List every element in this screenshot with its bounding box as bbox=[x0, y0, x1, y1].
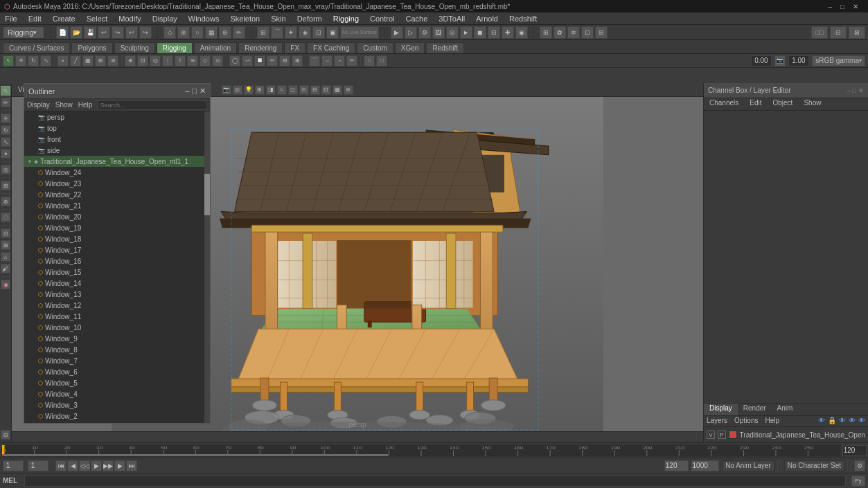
close-btn[interactable]: ✕ bbox=[853, 3, 858, 10]
vp-texture-icon[interactable]: ⊞ bbox=[255, 85, 265, 95]
tab-sculpting[interactable]: Sculpting bbox=[114, 42, 155, 53]
current-frame-input[interactable] bbox=[3, 460, 24, 471]
lasso-icon[interactable]: ⊛ bbox=[219, 26, 231, 39]
outliner-window-9[interactable]: ⬡Window_9 bbox=[24, 333, 210, 344]
bezier-icon[interactable]: ⌢ bbox=[334, 55, 345, 66]
vp-bookmark-icon[interactable]: ⊛ bbox=[344, 85, 353, 95]
outliner-scrollbar[interactable] bbox=[204, 111, 210, 423]
camera-icon[interactable]: ⬡ bbox=[1, 213, 10, 222]
multi-comp-icon[interactable]: ⊛ bbox=[107, 55, 118, 66]
scale-tool2-icon[interactable]: ⤡ bbox=[1, 137, 10, 147]
outliner-menu-help[interactable]: Help bbox=[78, 101, 93, 109]
vp-shadow-icon[interactable]: ◨ bbox=[266, 85, 276, 95]
outliner-window-6[interactable]: ⬡Window_6 bbox=[24, 366, 210, 377]
cb-icon-minimize[interactable]: – bbox=[847, 87, 851, 94]
next-frame-btn[interactable]: ▶ bbox=[114, 460, 125, 471]
skin-icon[interactable]: 🔲 bbox=[254, 55, 265, 66]
paint-icon[interactable]: ✏ bbox=[233, 26, 245, 39]
outliner-window-15[interactable]: ⬡Window_15 bbox=[24, 266, 210, 278]
vp-resolution-icon[interactable]: ⊡ bbox=[321, 85, 331, 95]
rotate-tool-icon[interactable]: ↻ bbox=[28, 55, 39, 66]
snap-live-icon[interactable]: ▣ bbox=[326, 26, 339, 39]
outliner-window-4[interactable]: ⬡Window_4 bbox=[24, 388, 210, 399]
mash-icon[interactable]: ≋ bbox=[567, 26, 580, 39]
lattice-icon[interactable]: ⊞ bbox=[1, 240, 10, 250]
vp-select-icon[interactable]: ▦ bbox=[333, 85, 342, 95]
anim-layer-btn[interactable] bbox=[777, 460, 781, 471]
menu-3dtoall[interactable]: 3DToAll bbox=[436, 14, 467, 24]
tab-xgen[interactable]: XGen bbox=[395, 42, 425, 53]
char-set-btn[interactable] bbox=[847, 460, 851, 471]
ep-curve-icon[interactable]: ⌣ bbox=[321, 55, 333, 66]
outliner-window-23[interactable]: ⬡Window_23 bbox=[24, 178, 210, 189]
cb-tab-show[interactable]: Show bbox=[798, 98, 826, 110]
menu-control[interactable]: Control bbox=[368, 14, 396, 24]
focal-icon[interactable]: 📷 bbox=[774, 55, 786, 66]
tab-polygons[interactable]: Polygons bbox=[71, 42, 112, 53]
open-file-icon[interactable]: 📂 bbox=[70, 26, 82, 39]
mirror-skin-icon[interactable]: ⊟ bbox=[279, 55, 290, 66]
menu-select[interactable]: Select bbox=[85, 14, 110, 24]
copy-skin-icon[interactable]: ⊞ bbox=[292, 55, 303, 66]
outliner-window-11[interactable]: ⬡Window_11 bbox=[24, 311, 210, 322]
nurbs-square-icon[interactable]: □ bbox=[376, 55, 387, 66]
menu-skin[interactable]: Skin bbox=[269, 14, 287, 24]
cb-icon-close[interactable]: ✕ bbox=[858, 87, 864, 94]
sculpt-icon[interactable]: ⌂ bbox=[1, 252, 10, 262]
tab-curves-surfaces[interactable]: Curves / Surfaces bbox=[3, 42, 70, 53]
outliner-window-8[interactable]: ⬡Window_8 bbox=[24, 344, 210, 355]
cluster-icon[interactable]: ⊙ bbox=[212, 55, 223, 66]
show-ui-icon[interactable]: ⊟ bbox=[488, 26, 500, 39]
rotate-tool2-icon[interactable]: ↻ bbox=[1, 125, 10, 135]
select-comp-icon[interactable]: ▦ bbox=[205, 26, 218, 39]
no-live-icon[interactable]: No Live Surface bbox=[340, 26, 379, 39]
outliner-side[interactable]: 📷 side bbox=[24, 145, 210, 156]
anim-settings-btn[interactable]: ⚙ bbox=[854, 460, 865, 471]
outliner-window-5[interactable]: ⬡Window_5 bbox=[24, 377, 210, 388]
move-tool2-icon[interactable]: ✛ bbox=[1, 114, 10, 123]
maximize-btn[interactable]: □ bbox=[840, 3, 844, 10]
playback-end-input[interactable] bbox=[664, 460, 689, 471]
attr-icon[interactable]: ⊞ bbox=[595, 26, 608, 39]
snap-to-icon[interactable]: ⊕ bbox=[125, 55, 136, 66]
vp2-icon[interactable]: ◼ bbox=[474, 26, 486, 39]
tab-animation[interactable]: Animation bbox=[194, 42, 237, 53]
layers-menu[interactable]: Layers bbox=[707, 417, 727, 426]
frame-start-input[interactable] bbox=[28, 460, 48, 471]
cb-tab-edit[interactable]: Edit bbox=[744, 98, 767, 110]
ui-icon2[interactable]: ⊟ bbox=[830, 26, 847, 39]
outliner-scrollbar-thumb[interactable] bbox=[204, 174, 210, 215]
menu-skeleton[interactable]: Skeleton bbox=[228, 14, 262, 24]
ui-icon3[interactable]: ⊠ bbox=[849, 26, 865, 39]
help-menu[interactable]: Help bbox=[765, 417, 779, 426]
vp-isolate-icon[interactable]: ⊙ bbox=[299, 85, 309, 95]
outliner-menu-show[interactable]: Show bbox=[55, 101, 73, 109]
outliner-window-3[interactable]: ⬡Window_3 bbox=[24, 399, 210, 410]
outliner-close[interactable]: ✕ bbox=[200, 87, 206, 96]
scale-tool-icon[interactable]: ⤡ bbox=[40, 55, 51, 66]
vp-fog-icon[interactable]: ≈ bbox=[277, 85, 287, 95]
outliner-window-10[interactable]: ⬡Window_10 bbox=[24, 322, 210, 333]
cache2-icon[interactable]: ⊡ bbox=[581, 26, 594, 39]
universal-manip-icon[interactable]: ✦ bbox=[1, 149, 10, 159]
range-end-input[interactable] bbox=[842, 445, 867, 456]
mel-input[interactable] bbox=[24, 476, 846, 487]
move-tool-icon[interactable]: ✛ bbox=[15, 55, 26, 66]
select-mode-icon[interactable]: ↖ bbox=[1, 86, 10, 96]
show-manips-icon[interactable]: ✚ bbox=[502, 26, 514, 39]
outliner-window-17[interactable]: ⬡Window_17 bbox=[24, 244, 210, 255]
gamma-dropdown[interactable]: sRGB gamma bbox=[812, 55, 865, 66]
show-manips2-icon[interactable]: ⊞ bbox=[1, 181, 10, 190]
select-obj-icon[interactable]: ○ bbox=[191, 26, 204, 39]
outliner-window-22[interactable]: ⬡Window_22 bbox=[24, 189, 210, 200]
nurbs-circle-icon[interactable]: ○ bbox=[364, 55, 375, 66]
deformer-icon[interactable]: ⋮ bbox=[162, 55, 173, 66]
tab-rendering[interactable]: Rendering bbox=[238, 42, 283, 53]
layer-color-swatch[interactable] bbox=[729, 431, 737, 439]
ui-icon1[interactable]: □□ bbox=[811, 26, 828, 39]
vp-show-icon[interactable]: ◻ bbox=[288, 85, 298, 95]
hypershade-icon[interactable]: ◎ bbox=[446, 26, 459, 39]
component-vertex-icon[interactable]: ▪ bbox=[57, 55, 69, 66]
outliner-window-16[interactable]: ⬡Window_16 bbox=[24, 255, 210, 266]
tab-fx-caching[interactable]: FX Caching bbox=[307, 42, 355, 53]
